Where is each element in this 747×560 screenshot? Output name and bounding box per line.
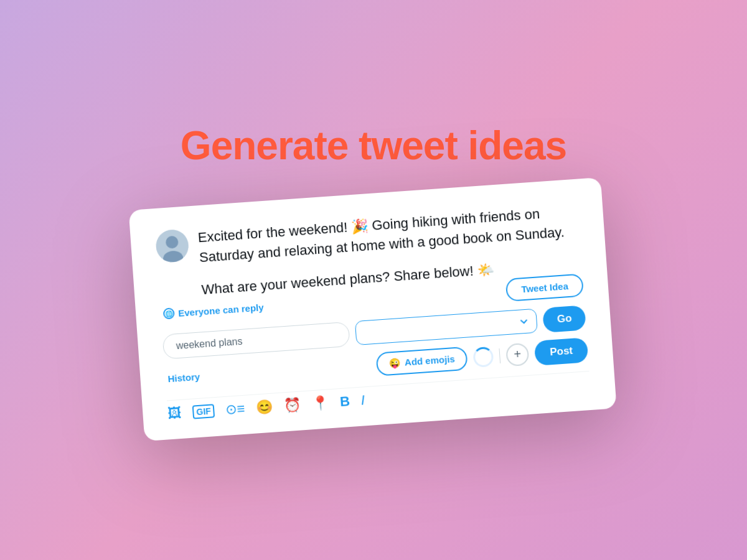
post-button[interactable]: Post	[534, 337, 588, 366]
italic-button[interactable]: I	[360, 392, 365, 408]
add-emojis-button[interactable]: 😜 Add emojis	[376, 347, 468, 376]
tweet-idea-button[interactable]: Tweet Idea	[505, 273, 584, 302]
page-title: Generate tweet ideas	[181, 123, 566, 169]
bold-button[interactable]: B	[339, 393, 350, 410]
image-icon[interactable]: 🖼	[167, 405, 182, 422]
card-wrapper: Excited for the weekend! 🎉 Going hiking …	[129, 177, 617, 441]
go-button[interactable]: Go	[543, 305, 586, 333]
reply-label: 🌐 Everyone can reply	[163, 302, 264, 320]
tone-select[interactable]: Casual Professional Funny	[355, 309, 538, 345]
globe-icon: 🌐	[163, 308, 175, 320]
gif-icon[interactable]: GIF	[192, 404, 215, 419]
avatar	[155, 229, 190, 264]
history-link[interactable]: History	[167, 371, 200, 385]
tweet-composer-card: Excited for the weekend! 🎉 Going hiking …	[129, 177, 617, 441]
topic-input[interactable]	[162, 322, 350, 360]
loading-spinner	[472, 347, 494, 368]
list-icon[interactable]: ⊙≡	[225, 401, 246, 418]
schedule-icon[interactable]: ⏰	[283, 396, 301, 414]
location-icon[interactable]: 📍	[311, 394, 329, 412]
divider	[499, 348, 501, 363]
emoji-icon: 😜	[388, 357, 401, 369]
plus-button[interactable]: +	[505, 343, 529, 366]
emoji-toolbar-icon[interactable]: 😊	[255, 398, 273, 416]
